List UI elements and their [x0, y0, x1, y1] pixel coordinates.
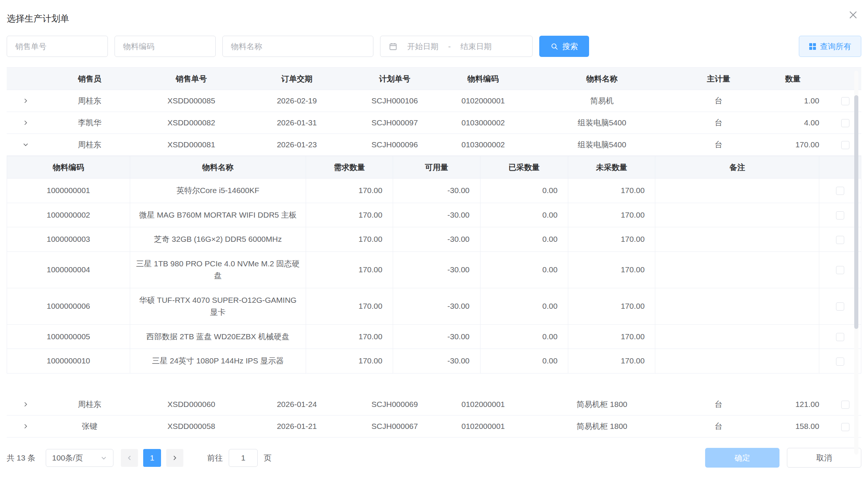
- chevron-right-icon[interactable]: [20, 95, 31, 106]
- cell-sub-code: 1000000002: [7, 203, 130, 227]
- page-size-select[interactable]: 100条/页: [46, 449, 113, 467]
- page-unit-label: 页: [264, 453, 271, 463]
- cell-sub-name: 华硕 TUF-RTX 4070 SUPER-O12G-GAMING 显卡: [130, 288, 306, 324]
- row-checkbox[interactable]: [841, 97, 849, 105]
- row-checkbox[interactable]: [836, 236, 844, 244]
- cell-sub-name: 三星 1TB 980 PRO PCIe 4.0 NVMe M.2 固态硬盘: [130, 251, 306, 288]
- cell-delivery-date: 2026-01-31: [248, 112, 346, 134]
- chevron-right-icon[interactable]: [20, 399, 31, 410]
- cell-sub-code: 1000000004: [7, 251, 130, 288]
- cell-seller: 周桂东: [44, 134, 135, 156]
- table-row: 周桂东 XSDD000060 2026-01-24 SCJH000069 010…: [7, 394, 861, 416]
- query-all-label: 查询所有: [820, 41, 851, 52]
- select-production-plan-dialog: 选择生产计划单 开始日期 - 结束日期 搜索: [0, 0, 868, 468]
- cell-purchased: 0.00: [480, 227, 568, 252]
- sales-order-input[interactable]: [7, 36, 108, 57]
- cell-demand: 170.00: [306, 203, 393, 227]
- cell-sub-name: 英特尔Core i5-14600KF: [130, 179, 306, 203]
- chevron-right-icon[interactable]: [20, 117, 31, 128]
- cell-purchased: 0.00: [480, 324, 568, 349]
- col-material-code: 物料编码: [443, 68, 523, 90]
- cell-available: -30.00: [393, 324, 480, 349]
- col-unit: 主计量: [681, 68, 756, 90]
- cell-demand: 170.00: [306, 349, 393, 373]
- plan-table-area: 销售员 销售单号 订单交期 计划单号 物料编码 物料名称 主计量 数量 周桂东 …: [7, 67, 861, 437]
- cell-material-code: 0103000002: [443, 112, 523, 134]
- cell-unpurchased: 170.00: [568, 179, 655, 203]
- table-header-row: 销售员 销售单号 订单交期 计划单号 物料编码 物料名称 主计量 数量: [7, 68, 861, 90]
- filter-bar: 开始日期 - 结束日期 搜索 查询所有: [7, 36, 861, 57]
- cell-sub-code: 1000000006: [7, 288, 130, 324]
- row-checkbox[interactable]: [841, 141, 849, 149]
- material-code-input[interactable]: [115, 36, 216, 57]
- date-separator: -: [448, 42, 451, 51]
- cell-material-name: 组装电脑5400: [523, 134, 681, 156]
- search-button[interactable]: 搜索: [539, 36, 589, 57]
- cell-material-name: 简易机柜 1800: [523, 416, 681, 437]
- total-count: 共 13 条: [7, 453, 35, 463]
- cell-sub-code: 1000000001: [7, 179, 130, 203]
- sub-table-row: 1000000001 英特尔Core i5-14600KF 170.00 -30…: [7, 179, 861, 203]
- sub-table-row: 1000000003 芝奇 32GB (16G×2) DDR5 6000MHz …: [7, 227, 861, 252]
- cell-unpurchased: 170.00: [568, 203, 655, 227]
- material-name-input[interactable]: [222, 36, 373, 57]
- cell-unit: 台: [681, 416, 756, 437]
- query-all-button[interactable]: 查询所有: [799, 36, 861, 57]
- sub-table-container-row: 物料编码 物料名称 需求数量 可用量 已采数量 未采数量 备注: [7, 156, 861, 394]
- row-checkbox[interactable]: [836, 302, 844, 311]
- dialog-header: 选择生产计划单: [7, 0, 861, 25]
- prev-page-button[interactable]: [121, 449, 138, 467]
- next-page-button[interactable]: [166, 449, 183, 467]
- cell-qty: 170.00: [756, 134, 830, 156]
- cell-unpurchased: 170.00: [568, 227, 655, 252]
- row-checkbox[interactable]: [836, 266, 844, 274]
- row-checkbox[interactable]: [841, 119, 849, 127]
- chevron-down-icon[interactable]: [20, 139, 31, 150]
- cell-purchased: 0.00: [480, 251, 568, 288]
- col-seller: 销售员: [44, 68, 135, 90]
- row-checkbox[interactable]: [836, 187, 844, 195]
- row-checkbox[interactable]: [841, 401, 849, 409]
- table-row-expanded: 周桂东 XSDD000081 2026-01-23 SCJH000096 010…: [7, 134, 861, 156]
- date-range-picker[interactable]: 开始日期 - 结束日期: [380, 36, 533, 57]
- cell-remark: [655, 349, 819, 373]
- cell-plan-no: SCJH000096: [346, 134, 443, 156]
- page-number-current[interactable]: 1: [143, 449, 161, 467]
- cell-sub-name: 微星 MAG B760M MORTAR WIFI DDR5 主板: [130, 203, 306, 227]
- cell-demand: 170.00: [306, 251, 393, 288]
- cell-remark: [655, 251, 819, 288]
- row-checkbox[interactable]: [841, 423, 849, 431]
- pagination: 共 13 条 100条/页 1 前往 页: [7, 449, 271, 467]
- col-qty: 数量: [756, 68, 830, 90]
- close-icon[interactable]: [846, 7, 861, 23]
- chevron-right-icon[interactable]: [20, 421, 31, 432]
- cell-plan-no: SCJH000067: [346, 416, 443, 437]
- cell-unit: 台: [681, 134, 756, 156]
- sub-table-row: 1000000004 三星 1TB 980 PRO PCIe 4.0 NVMe …: [7, 251, 861, 288]
- grid-icon: [809, 43, 816, 50]
- cell-order-no: XSDD000060: [135, 394, 248, 416]
- cell-unit: 台: [681, 112, 756, 134]
- row-checkbox[interactable]: [836, 357, 844, 366]
- cell-purchased: 0.00: [480, 203, 568, 227]
- confirm-button[interactable]: 确定: [705, 448, 779, 468]
- row-checkbox[interactable]: [836, 211, 844, 219]
- scrollbar-thumb[interactable]: [854, 95, 858, 329]
- cell-sub-code: 1000000005: [7, 324, 130, 349]
- cell-demand: 170.00: [306, 288, 393, 324]
- cell-order-no: XSDD000081: [135, 134, 248, 156]
- search-icon: [550, 42, 559, 51]
- cell-seller: 李凯华: [44, 112, 135, 134]
- row-checkbox[interactable]: [836, 333, 844, 341]
- cell-qty: 158.00: [756, 416, 830, 437]
- table-row: 周桂东 XSDD000085 2026-02-19 SCJH000106 010…: [7, 90, 861, 112]
- cell-unpurchased: 170.00: [568, 288, 655, 324]
- goto-page-input[interactable]: [229, 449, 258, 467]
- cell-available: -30.00: [393, 251, 480, 288]
- goto-label: 前往: [207, 453, 223, 463]
- cell-order-no: XSDD000085: [135, 90, 248, 112]
- cell-plan-no: SCJH000097: [346, 112, 443, 134]
- cell-qty: 1.00: [756, 90, 830, 112]
- plan-table: 销售员 销售单号 订单交期 计划单号 物料编码 物料名称 主计量 数量 周桂东 …: [7, 67, 861, 437]
- cancel-button[interactable]: 取消: [787, 448, 861, 468]
